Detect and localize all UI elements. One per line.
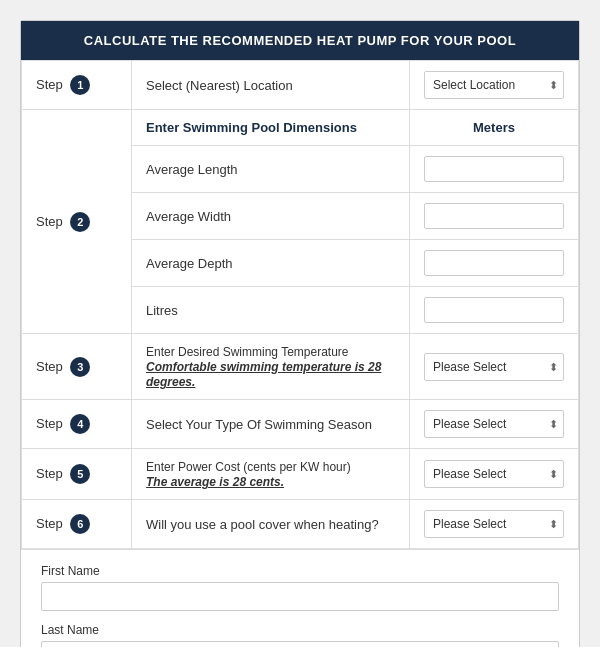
step-6-description: Will you use a pool cover when heating?	[132, 500, 410, 549]
step-6-input-cell: Please Select	[410, 500, 579, 549]
avg-width-input-cell	[410, 193, 579, 240]
contact-form: First Name Last Name Email (Please provi…	[21, 549, 579, 647]
avg-length-input[interactable]	[424, 156, 564, 182]
step-2-label-cell: Step 2	[22, 110, 132, 334]
avg-depth-label: Average Depth	[132, 240, 410, 287]
steps-table: Step 1 Select (Nearest) Location Select …	[21, 60, 579, 549]
step-5-badge: 5	[70, 464, 90, 484]
step-3-badge: 3	[70, 357, 90, 377]
power-cost-select[interactable]: Please Select	[424, 460, 564, 488]
step-1-label-cell: Step 1	[22, 61, 132, 110]
step-5-description: Enter Power Cost (cents per KW hour) The…	[132, 449, 410, 500]
step-4-select-wrapper: Please Select	[424, 410, 564, 438]
litres-label: Litres	[132, 287, 410, 334]
header-title: CALCULATE THE RECOMMENDED HEAT PUMP FOR …	[84, 33, 516, 48]
pool-cover-select[interactable]: Please Select	[424, 510, 564, 538]
step-2-badge: 2	[70, 212, 90, 232]
step-5-row: Step 5 Enter Power Cost (cents per KW ho…	[22, 449, 579, 500]
step-1-input-cell: Select Location	[410, 61, 579, 110]
temperature-select[interactable]: Please Select	[424, 353, 564, 381]
step-1-select-wrapper: Select Location	[424, 71, 564, 99]
litres-input[interactable]	[424, 297, 564, 323]
avg-length-label: Average Length	[132, 146, 410, 193]
avg-depth-input[interactable]	[424, 250, 564, 276]
step-2-description: Enter Swimming Pool Dimensions	[132, 110, 410, 146]
avg-length-input-cell	[410, 146, 579, 193]
step-1-badge: 1	[70, 75, 90, 95]
first-name-input[interactable]	[41, 582, 559, 611]
step-2-unit-cell: Meters	[410, 110, 579, 146]
step-6-badge: 6	[70, 514, 90, 534]
season-select[interactable]: Please Select	[424, 410, 564, 438]
step-2-row: Step 2 Enter Swimming Pool Dimensions Me…	[22, 110, 579, 146]
step-4-description: Select Your Type Of Swimming Season	[132, 400, 410, 449]
step-4-row: Step 4 Select Your Type Of Swimming Seas…	[22, 400, 579, 449]
step-5-input-cell: Please Select	[410, 449, 579, 500]
first-name-label: First Name	[41, 564, 559, 578]
step-6-select-wrapper: Please Select	[424, 510, 564, 538]
last-name-label: Last Name	[41, 623, 559, 637]
step-3-select-wrapper: Please Select	[424, 353, 564, 381]
step-4-label-cell: Step 4	[22, 400, 132, 449]
avg-width-input[interactable]	[424, 203, 564, 229]
step-4-badge: 4	[70, 414, 90, 434]
step-6-label-cell: Step 6	[22, 500, 132, 549]
calculator-header: CALCULATE THE RECOMMENDED HEAT PUMP FOR …	[21, 21, 579, 60]
step-4-input-cell: Please Select	[410, 400, 579, 449]
step-3-label-cell: Step 3	[22, 334, 132, 400]
litres-input-cell	[410, 287, 579, 334]
last-name-field: Last Name	[41, 623, 559, 647]
first-name-field: First Name	[41, 564, 559, 611]
avg-depth-input-cell	[410, 240, 579, 287]
step-3-input-cell: Please Select	[410, 334, 579, 400]
step-1-row: Step 1 Select (Nearest) Location Select …	[22, 61, 579, 110]
step-3-description: Enter Desired Swimming Temperature Comfo…	[132, 334, 410, 400]
step-5-select-wrapper: Please Select	[424, 460, 564, 488]
step-3-row: Step 3 Enter Desired Swimming Temperatur…	[22, 334, 579, 400]
last-name-input[interactable]	[41, 641, 559, 647]
step-5-label-cell: Step 5	[22, 449, 132, 500]
calculator-container: CALCULATE THE RECOMMENDED HEAT PUMP FOR …	[20, 20, 580, 647]
location-select[interactable]: Select Location	[424, 71, 564, 99]
step-1-description: Select (Nearest) Location	[132, 61, 410, 110]
step-6-row: Step 6 Will you use a pool cover when he…	[22, 500, 579, 549]
avg-width-label: Average Width	[132, 193, 410, 240]
